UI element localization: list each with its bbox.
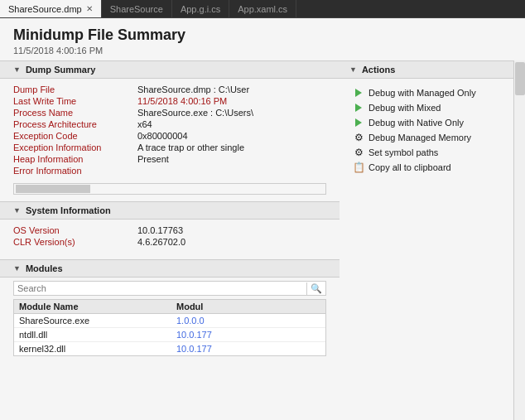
field-value: ShareSource.exe : C:\Users\ bbox=[137, 108, 253, 118]
chevron-down-icon: ▼ bbox=[13, 264, 21, 273]
tab-app-xaml-cs[interactable]: App.xaml.cs bbox=[229, 0, 296, 17]
debug-managed-memory-button[interactable]: ⚙ Debug Managed Memory bbox=[346, 130, 507, 145]
field-label: OS Version bbox=[13, 225, 137, 235]
copy-all-to-clipboard-button[interactable]: 📋 Copy all to clipboard bbox=[346, 160, 507, 175]
modules-section: ▼ Modules 🔍 Module Name Modul ShareSourc… bbox=[0, 259, 340, 356]
module-name: ntdll.dll bbox=[14, 328, 171, 341]
column-header-version: Modul bbox=[171, 300, 325, 313]
gear-icon: ⚙ bbox=[353, 147, 364, 158]
table-row: OS Version 10.0.17763 bbox=[13, 224, 326, 236]
table-row: ntdll.dll 10.0.177 bbox=[14, 328, 325, 342]
tab-share-source-dmp[interactable]: ShareSource.dmp ✕ bbox=[0, 0, 102, 17]
search-input[interactable] bbox=[14, 282, 306, 295]
play-icon bbox=[353, 102, 364, 113]
field-label: Error Information bbox=[13, 166, 137, 176]
field-value: x64 bbox=[137, 119, 152, 129]
table-row: Dump File ShareSource.dmp : C:\User bbox=[13, 84, 326, 95]
module-table: Module Name Modul ShareSource.exe 1.0.0.… bbox=[13, 299, 326, 356]
page-title: Minidump File Summary bbox=[13, 27, 512, 44]
scrollbar-thumb[interactable] bbox=[515, 62, 525, 95]
tab-bar: ShareSource.dmp ✕ ShareSource App.g.i.cs… bbox=[0, 0, 525, 18]
gear-icon: ⚙ bbox=[353, 132, 364, 143]
vertical-scrollbar[interactable] bbox=[513, 60, 525, 420]
action-label: Debug with Managed Only bbox=[368, 88, 476, 98]
set-symbol-paths-button[interactable]: ⚙ Set symbol paths bbox=[346, 145, 507, 160]
field-value: 11/5/2018 4:00:16 PM bbox=[137, 96, 227, 106]
table-row: CLR Version(s) 4.6.26702.0 bbox=[13, 236, 326, 248]
copy-icon: 📋 bbox=[353, 162, 364, 173]
debug-managed-only-button[interactable]: Debug with Managed Only bbox=[346, 85, 507, 100]
module-version: 10.0.177 bbox=[171, 328, 325, 341]
field-value: Present bbox=[137, 154, 169, 164]
table-row: Heap Information Present bbox=[13, 153, 326, 165]
play-icon bbox=[353, 87, 364, 99]
module-version: 10.0.177 bbox=[171, 342, 325, 355]
system-info-section: ▼ System Information OS Version 10.0.177… bbox=[0, 201, 340, 253]
table-row: Process Architecture x64 bbox=[13, 118, 326, 130]
close-icon[interactable]: ✕ bbox=[86, 4, 93, 13]
field-label: Dump File bbox=[13, 84, 137, 94]
field-label: Process Architecture bbox=[13, 119, 137, 129]
action-label: Debug Managed Memory bbox=[368, 133, 471, 142]
tab-label: ShareSource bbox=[110, 4, 163, 14]
action-label: Copy all to clipboard bbox=[368, 162, 451, 172]
modules-header[interactable]: ▼ Modules bbox=[0, 259, 340, 278]
field-value: ShareSource.dmp : C:\User bbox=[137, 84, 249, 94]
horizontal-scrollbar[interactable] bbox=[13, 183, 326, 195]
column-header-name: Module Name bbox=[14, 300, 171, 313]
page-subtitle: 11/5/2018 4:00:16 PM bbox=[13, 46, 512, 56]
module-table-header: Module Name Modul bbox=[14, 300, 325, 314]
scrollbar-thumb[interactable] bbox=[16, 185, 90, 193]
tab-label: App.xaml.cs bbox=[238, 4, 287, 14]
search-icon[interactable]: 🔍 bbox=[306, 282, 325, 295]
actions-header[interactable]: ▼ Actions bbox=[340, 60, 513, 79]
field-label: Process Name bbox=[13, 108, 137, 118]
field-label: Last Write Time bbox=[13, 96, 137, 106]
modules-label: Modules bbox=[26, 263, 63, 273]
field-value: 0x80000004 bbox=[137, 131, 188, 141]
right-panel: ▼ Actions Debug with Managed Only Debug … bbox=[340, 60, 513, 420]
search-bar: 🔍 bbox=[13, 281, 326, 296]
actions-label: Actions bbox=[362, 65, 395, 75]
module-name: kernel32.dll bbox=[14, 342, 171, 355]
action-label: Set symbol paths bbox=[368, 147, 438, 157]
tab-app-gi-cs[interactable]: App.g.i.cs bbox=[172, 0, 229, 17]
field-value: A trace trap or other single bbox=[137, 142, 244, 152]
tab-share-source[interactable]: ShareSource bbox=[102, 0, 172, 17]
action-label: Debug with Mixed bbox=[368, 103, 441, 113]
module-name: ShareSource.exe bbox=[14, 314, 171, 327]
system-info-header[interactable]: ▼ System Information bbox=[0, 201, 340, 220]
tab-label: App.g.i.cs bbox=[181, 4, 220, 14]
left-panel: ▼ Dump Summary Dump File ShareSource.dmp… bbox=[0, 60, 340, 420]
field-label: Exception Code bbox=[13, 131, 137, 141]
chevron-down-icon: ▼ bbox=[13, 206, 21, 215]
table-row: Exception Code 0x80000004 bbox=[13, 130, 326, 142]
system-info-label: System Information bbox=[26, 205, 111, 215]
debug-mixed-button[interactable]: Debug with Mixed bbox=[346, 100, 507, 115]
field-label: CLR Version(s) bbox=[13, 237, 137, 247]
page-header: Minidump File Summary 11/5/2018 4:00:16 … bbox=[0, 18, 525, 60]
tab-label: ShareSource.dmp bbox=[8, 4, 82, 14]
chevron-down-icon: ▼ bbox=[349, 65, 357, 74]
table-row: Last Write Time 11/5/2018 4:00:16 PM bbox=[13, 95, 326, 107]
dump-summary-section: ▼ Dump Summary Dump File ShareSource.dmp… bbox=[0, 60, 340, 195]
table-row: Process Name ShareSource.exe : C:\Users\ bbox=[13, 107, 326, 118]
field-value: 4.6.26702.0 bbox=[137, 237, 185, 247]
action-label: Debug with Native Only bbox=[368, 118, 464, 128]
dump-summary-table: Dump File ShareSource.dmp : C:\User Last… bbox=[0, 79, 340, 181]
chevron-down-icon: ▼ bbox=[13, 65, 21, 74]
dump-summary-label: Dump Summary bbox=[26, 65, 95, 75]
dump-summary-header[interactable]: ▼ Dump Summary bbox=[0, 60, 340, 79]
field-label: Heap Information bbox=[13, 154, 137, 164]
table-row: Error Information bbox=[13, 165, 326, 176]
system-info-table: OS Version 10.0.17763 CLR Version(s) 4.6… bbox=[0, 220, 340, 253]
module-version: 1.0.0.0 bbox=[171, 314, 325, 327]
body-layout: ▼ Dump Summary Dump File ShareSource.dmp… bbox=[0, 60, 525, 420]
field-value: 10.0.17763 bbox=[137, 225, 183, 235]
field-label: Exception Information bbox=[13, 142, 137, 152]
actions-list: Debug with Managed Only Debug with Mixed… bbox=[346, 82, 507, 178]
play-icon bbox=[353, 117, 364, 128]
table-row: kernel32.dll 10.0.177 bbox=[14, 342, 325, 355]
debug-native-only-button[interactable]: Debug with Native Only bbox=[346, 115, 507, 130]
main-content: Minidump File Summary 11/5/2018 4:00:16 … bbox=[0, 18, 525, 420]
